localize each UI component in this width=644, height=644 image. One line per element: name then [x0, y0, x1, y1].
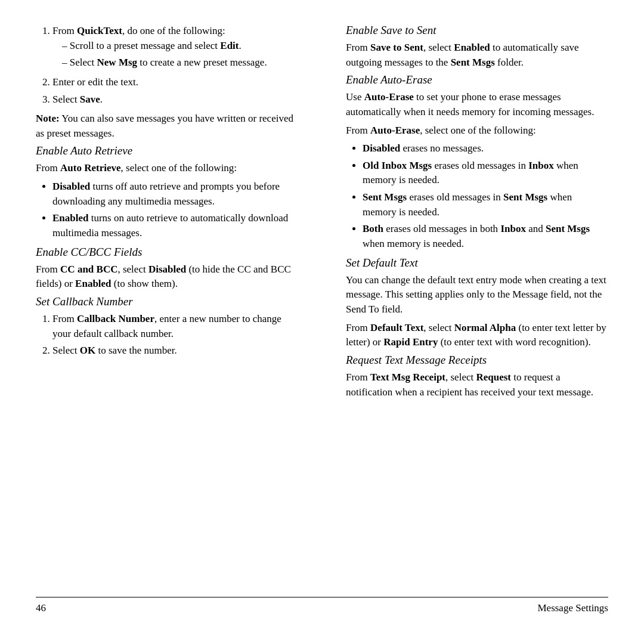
section-save-to-sent: Enable Save to Sent From Save to Sent, s… — [346, 24, 608, 70]
footer-section-name: Message Settings — [537, 602, 608, 614]
auto-erase-second: From Auto-Erase, select one of the follo… — [346, 123, 608, 138]
save-bold: Save — [80, 94, 100, 105]
section-heading-default-text: Set Default Text — [346, 256, 608, 270]
footer-page-number: 46 — [36, 602, 46, 614]
page: From QuickText, do one of the following:… — [0, 0, 644, 644]
column-right: Enable Save to Sent From Save to Sent, s… — [334, 24, 608, 591]
save-to-sent-body: From Save to Sent, select Enabled to aut… — [346, 41, 608, 70]
section-heading-callback: Set Callback Number — [36, 295, 298, 308]
list-item: Old Inbox Msgs erases old messages in In… — [363, 159, 608, 188]
list-item: Disabled turns off auto retrieve and pro… — [52, 179, 298, 209]
section-heading-auto-retrieve: Enable Auto Retrieve — [36, 144, 298, 157]
auto-retrieve-intro: From Auto Retrieve, select one of the fo… — [36, 161, 298, 176]
sub-list: Scroll to a preset message and select Ed… — [52, 39, 298, 70]
note-text: Note: You can also save messages you hav… — [36, 112, 298, 141]
section-heading-auto-erase: Enable Auto-Erase — [346, 73, 608, 86]
column-left: From QuickText, do one of the following:… — [36, 24, 310, 591]
content-area: From QuickText, do one of the following:… — [36, 24, 608, 591]
new-msg-bold: New Msg — [97, 57, 138, 68]
intro-list: From QuickText, do one of the following:… — [36, 24, 298, 107]
list-item: Disabled erases no messages. — [363, 141, 608, 156]
callback-list: From Callback Number, enter a new number… — [36, 312, 298, 358]
section-heading-save-to-sent: Enable Save to Sent — [346, 24, 608, 37]
section-receipts: Request Text Message Receipts From Text … — [346, 354, 608, 400]
section-callback: Set Callback Number From Callback Number… — [36, 295, 298, 358]
auto-retrieve-list: Disabled turns off auto retrieve and pro… — [36, 179, 298, 241]
list-item: From QuickText, do one of the following:… — [52, 24, 298, 70]
list-item: Enter or edit the text. — [52, 75, 298, 90]
list-item: From Callback Number, enter a new number… — [52, 312, 298, 341]
auto-erase-list: Disabled erases no messages. Old Inbox M… — [346, 141, 608, 251]
list-item: Enabled turns on auto retrieve to automa… — [52, 211, 298, 240]
list-item: Scroll to a preset message and select Ed… — [62, 39, 298, 54]
footer: 46 Message Settings — [36, 597, 608, 614]
list-item: Select Save. — [52, 92, 298, 107]
default-text-body1: You can change the default text entry mo… — [346, 273, 608, 317]
cc-bcc-body: From CC and BCC, select Disabled (to hid… — [36, 262, 298, 292]
edit-bold: Edit — [220, 40, 239, 51]
quicktext-bold: QuickText — [77, 25, 122, 36]
list-item: Both erases old messages in both Inbox a… — [363, 222, 608, 251]
section-cc-bcc: Enable CC/BCC Fields From CC and BCC, se… — [36, 246, 298, 292]
section-auto-erase: Enable Auto-Erase Use Auto-Erase to set … — [346, 73, 608, 251]
auto-erase-intro: Use Auto-Erase to set your phone to eras… — [346, 90, 608, 119]
default-text-body2: From Default Text, select Normal Alpha (… — [346, 321, 608, 350]
section-default-text: Set Default Text You can change the defa… — [346, 256, 608, 350]
section-auto-retrieve: Enable Auto Retrieve From Auto Retrieve,… — [36, 144, 298, 240]
list-item: Select New Msg to create a new preset me… — [62, 55, 298, 70]
list-item: Select OK to save the number. — [52, 343, 298, 358]
section-heading-cc-bcc: Enable CC/BCC Fields — [36, 246, 298, 259]
list-item: Sent Msgs erases old messages in Sent Ms… — [363, 190, 608, 219]
section-heading-receipts: Request Text Message Receipts — [346, 354, 608, 367]
receipts-body: From Text Msg Receipt, select Request to… — [346, 370, 608, 400]
